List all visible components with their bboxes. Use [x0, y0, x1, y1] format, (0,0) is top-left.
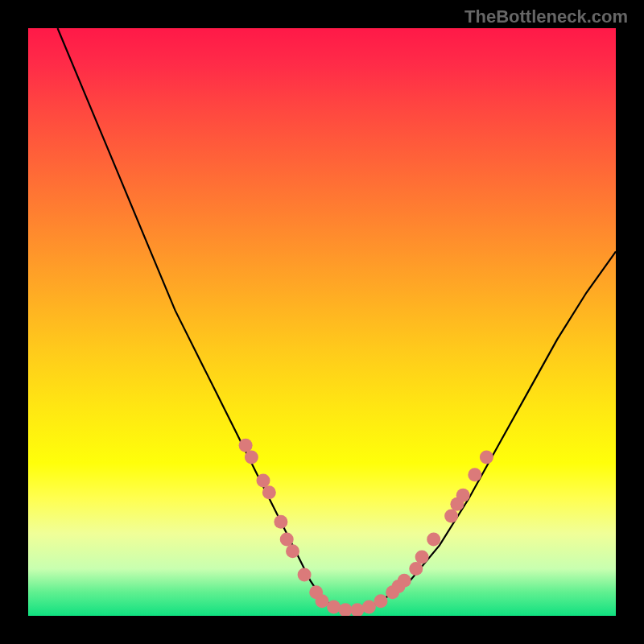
data-point	[274, 515, 287, 529]
data-point	[398, 574, 411, 588]
data-point	[262, 485, 276, 499]
data-point	[350, 603, 364, 616]
data-point	[339, 603, 353, 616]
data-point	[327, 601, 341, 614]
chart-svg	[28, 28, 616, 616]
bottleneck-curve-line	[58, 28, 617, 610]
data-point	[415, 551, 429, 564]
data-point	[257, 474, 270, 488]
data-point	[456, 489, 470, 502]
chart-container: TheBottleneck.com	[0, 0, 644, 644]
data-point	[480, 450, 493, 464]
data-point	[468, 468, 481, 481]
data-point	[444, 509, 458, 522]
data-point	[316, 594, 329, 608]
data-point	[286, 544, 299, 558]
watermark-text: TheBottleneck.com	[464, 6, 628, 27]
data-markers	[239, 439, 493, 616]
data-point	[409, 562, 423, 576]
data-point	[280, 533, 294, 547]
data-point	[427, 533, 440, 547]
data-point	[374, 594, 388, 608]
data-point	[239, 439, 253, 452]
data-point	[245, 450, 258, 464]
data-point	[362, 601, 376, 614]
data-point	[298, 568, 312, 581]
